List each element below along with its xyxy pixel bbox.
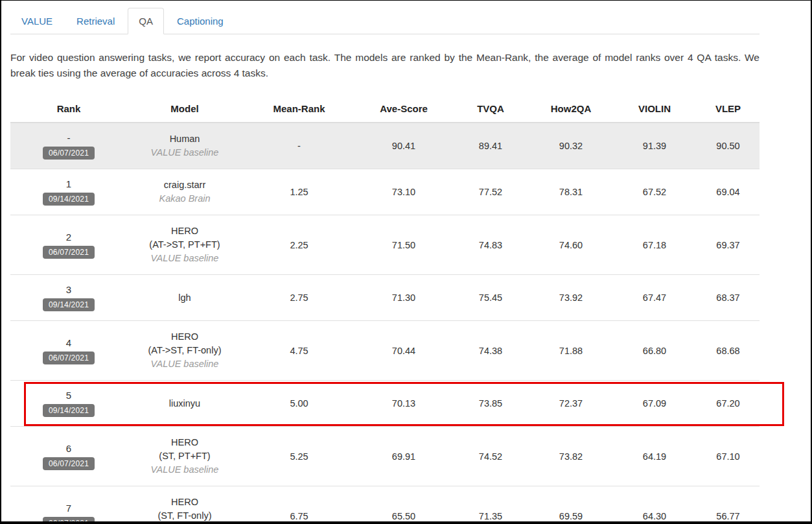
mean-rank-value: 5.00 — [242, 381, 356, 427]
model-cell: HERO(AT->ST, PT+FT) VALUE baseline — [127, 215, 242, 275]
model-affiliation: VALUE baseline — [131, 252, 238, 265]
how2qa-value: 90.32 — [529, 123, 612, 169]
column-header-vlep: VLEP — [697, 95, 760, 123]
table-row: 6 06/07/2021 HERO(ST, PT+FT) VALUE basel… — [10, 427, 760, 486]
table-row: 5 09/14/2021 liuxinyu 5.00 70.13 73.85 7… — [10, 381, 760, 427]
date-badge: 09/14/2021 — [43, 404, 95, 417]
leaderboard-page: VALUERetrievalQACaptioning For video que… — [0, 0, 812, 524]
date-badge: 09/14/2021 — [43, 298, 95, 311]
tvqa-value: 89.41 — [452, 123, 529, 169]
model-cell: liuxinyu — [127, 381, 242, 427]
ave-score-value: 73.10 — [356, 169, 452, 215]
date-badge: 06/07/2021 — [43, 351, 95, 364]
rank-value: 4 — [14, 337, 123, 348]
table-body: - 06/07/2021 Human VALUE baseline - 90.4… — [10, 123, 760, 524]
task-description: For video question answering tasks, we r… — [10, 50, 760, 81]
rank-value: 1 — [14, 178, 123, 189]
model-cell: lgh — [127, 275, 242, 321]
table-row: 7 06/07/2021 HERO(ST, FT-only) VALUE bas… — [10, 486, 760, 524]
vlep-value: 68.68 — [697, 321, 760, 381]
mean-rank-value: 1.25 — [242, 169, 356, 215]
tvqa-value: 77.52 — [452, 169, 529, 215]
tvqa-value: 74.38 — [452, 321, 529, 381]
rank-value: 6 — [14, 443, 123, 454]
ave-score-value: 90.41 — [356, 123, 452, 169]
how2qa-value: 73.82 — [529, 427, 612, 486]
date-badge: 06/07/2021 — [43, 246, 95, 259]
model-name: liuxinyu — [131, 397, 238, 411]
model-cell: Human VALUE baseline — [127, 123, 242, 169]
rank-value: 3 — [14, 284, 123, 295]
rank-value: 7 — [14, 503, 123, 514]
how2qa-value: 72.37 — [529, 381, 612, 427]
vlep-value: 67.20 — [697, 381, 760, 427]
mean-rank-value: 2.75 — [242, 275, 356, 321]
model-name: Human — [131, 132, 238, 146]
tab-bar: VALUERetrievalQACaptioning — [10, 8, 760, 34]
violin-value: 66.80 — [612, 321, 697, 381]
column-header-ave-score: Ave-Score — [356, 95, 452, 123]
tab-captioning[interactable]: Captioning — [166, 8, 235, 34]
how2qa-value: 73.92 — [529, 275, 612, 321]
model-name: HERO(ST, PT+FT) — [131, 436, 238, 463]
table-row: 1 09/14/2021 craig.starr Kakao Brain 1.2… — [10, 169, 760, 215]
violin-value: 67.09 — [612, 381, 697, 427]
ave-score-value: 70.13 — [356, 381, 452, 427]
ave-score-value: 69.91 — [356, 427, 452, 486]
rank-cell: - 06/07/2021 — [10, 123, 127, 169]
tvqa-value: 75.45 — [452, 275, 529, 321]
vlep-value: 90.50 — [697, 123, 760, 169]
rank-cell: 5 09/14/2021 — [10, 381, 127, 427]
model-name: lgh — [131, 291, 238, 305]
rank-cell: 1 09/14/2021 — [10, 169, 127, 215]
mean-rank-value: 6.75 — [242, 486, 356, 524]
ave-score-value: 65.50 — [356, 486, 452, 524]
ave-score-value: 71.30 — [356, 275, 452, 321]
mean-rank-value: - — [242, 123, 356, 169]
tab-qa[interactable]: QA — [128, 8, 164, 34]
how2qa-value: 78.31 — [529, 169, 612, 215]
rank-cell: 7 06/07/2021 — [10, 486, 127, 524]
column-header-how2qa: How2QA — [529, 95, 612, 123]
violin-value: 64.19 — [612, 427, 697, 486]
rank-value: 5 — [14, 390, 123, 401]
table-row: 3 09/14/2021 lgh 2.75 71.30 75.45 73.92 … — [10, 275, 760, 321]
column-header-mean-rank: Mean-Rank — [242, 95, 356, 123]
how2qa-value: 74.60 — [529, 215, 612, 275]
table-header-row: RankModelMean-RankAve-ScoreTVQAHow2QAVIO… — [10, 95, 760, 123]
how2qa-value: 71.88 — [529, 321, 612, 381]
tab-retrieval[interactable]: Retrieval — [65, 8, 126, 34]
tab-value[interactable]: VALUE — [10, 8, 64, 34]
model-name: HERO(AT->ST, PT+FT) — [131, 224, 238, 252]
tvqa-value: 74.52 — [452, 427, 529, 486]
table-row: - 06/07/2021 Human VALUE baseline - 90.4… — [10, 123, 760, 169]
ave-score-value: 70.44 — [356, 321, 452, 381]
how2qa-value: 69.59 — [529, 486, 612, 524]
model-affiliation: VALUE baseline — [131, 146, 238, 160]
vlep-value: 56.77 — [697, 486, 760, 524]
page-content: VALUERetrievalQACaptioning For video que… — [10, 8, 760, 524]
model-name: HERO(ST, FT-only) — [131, 495, 238, 523]
model-name: craig.starr — [131, 178, 238, 192]
column-header-rank: Rank — [10, 95, 127, 123]
rank-value: 2 — [14, 232, 123, 243]
tvqa-value: 73.85 — [452, 381, 529, 427]
date-badge: 09/14/2021 — [43, 193, 95, 206]
violin-value: 67.52 — [612, 169, 697, 215]
rank-cell: 6 06/07/2021 — [10, 427, 127, 486]
model-affiliation: VALUE baseline — [131, 463, 238, 477]
model-affiliation: VALUE baseline — [131, 357, 238, 371]
violin-value: 91.39 — [612, 123, 697, 169]
table-row: 2 06/07/2021 HERO(AT->ST, PT+FT) VALUE b… — [10, 215, 760, 275]
mean-rank-value: 4.75 — [242, 321, 356, 381]
model-name: HERO(AT->ST, FT-only) — [131, 330, 238, 357]
vlep-value: 69.37 — [697, 215, 760, 275]
tvqa-value: 71.35 — [452, 486, 529, 524]
table-row: 4 06/07/2021 HERO(AT->ST, FT-only) VALUE… — [10, 321, 760, 381]
vlep-value: 68.37 — [697, 275, 760, 321]
violin-value: 67.18 — [612, 215, 697, 275]
model-cell: craig.starr Kakao Brain — [127, 169, 242, 215]
ave-score-value: 71.50 — [356, 215, 452, 275]
violin-value: 64.30 — [612, 486, 697, 524]
column-header-tvqa: TVQA — [452, 95, 529, 123]
